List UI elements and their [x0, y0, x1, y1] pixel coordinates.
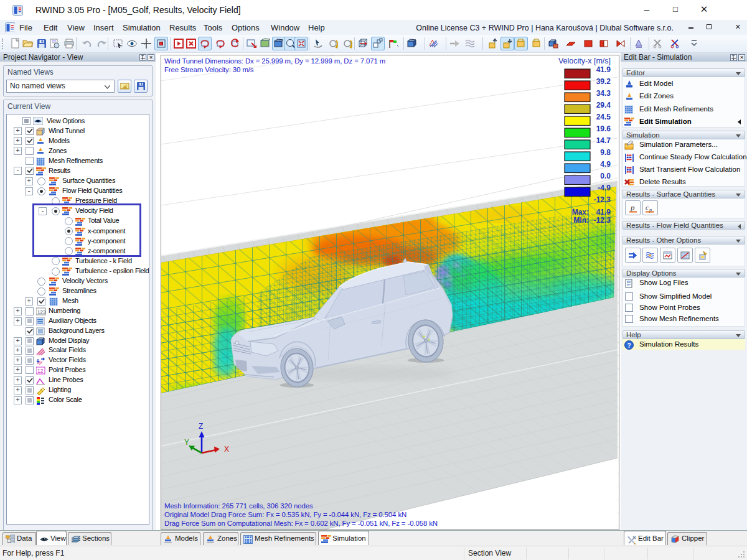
svg-text:-12.3: -12.3: [594, 216, 611, 225]
svg-text:19.6: 19.6: [596, 124, 611, 133]
svg-text:Mesh Information: 265 771 cell: Mesh Information: 265 771 cells, 306 320…: [164, 502, 313, 510]
svg-text:X: X: [224, 445, 229, 454]
svg-text:Drag Force Sum on Computationa: Drag Force Sum on Computational Mesh: Fx…: [164, 520, 438, 527]
svg-text:39.2: 39.2: [596, 77, 611, 86]
svg-text:4.9: 4.9: [600, 160, 611, 169]
svg-text:-4.9: -4.9: [598, 184, 611, 192]
svg-text:-12.3: -12.3: [594, 195, 611, 204]
svg-text:Min:: Min:: [573, 216, 589, 225]
svg-text:Wind Tunnel Dimensions: Dx = 2: Wind Tunnel Dimensions: Dx = 25.999 m, D…: [164, 57, 385, 65]
svg-text:Free Stream Velocity: 30 m/s: Free Stream Velocity: 30 m/s: [164, 66, 254, 73]
svg-text:Velocity-x [m/s]: Velocity-x [m/s]: [558, 57, 611, 65]
svg-text:p: p: [630, 203, 635, 212]
svg-text:0.0: 0.0: [600, 172, 611, 180]
svg-text:41.9: 41.9: [596, 65, 611, 74]
svg-text:24.5: 24.5: [596, 113, 611, 121]
svg-text:34.3: 34.3: [596, 89, 611, 98]
svg-text:123: 123: [37, 309, 46, 315]
svg-text:9.8: 9.8: [600, 148, 611, 157]
svg-text:14.7: 14.7: [596, 136, 611, 145]
svg-text:Y: Y: [184, 438, 189, 447]
svg-text:?: ?: [627, 342, 631, 348]
svg-text:12: 12: [37, 368, 44, 374]
svg-text:Max:: Max:: [572, 208, 589, 217]
svg-text:Z: Z: [199, 422, 203, 431]
svg-text:c: c: [646, 203, 649, 211]
svg-text:Original Model Drag Force Sum:: Original Model Drag Force Sum: Fx = 0.53…: [164, 511, 406, 518]
svg-text:41.9: 41.9: [596, 208, 611, 217]
svg-text:29.4: 29.4: [596, 101, 611, 110]
